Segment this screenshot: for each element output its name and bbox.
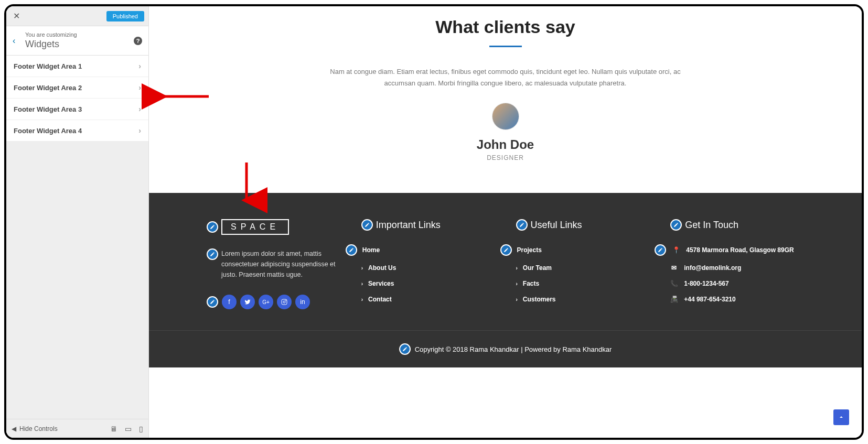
contact-text: 4578 Marmora Road, Glasgow 89GR (686, 246, 794, 254)
footer-link[interactable]: ›Customers (516, 296, 650, 303)
footer-link[interactable]: ›Our Team (516, 264, 650, 272)
footer-link-label: Services (368, 280, 394, 287)
footer-link[interactable]: Projects (500, 244, 650, 256)
footer-description: Lorem ipsum dolor sit amet, mattis conse… (221, 248, 340, 280)
edit-widget-icon[interactable] (207, 248, 218, 260)
edit-widget-icon[interactable] (207, 221, 218, 233)
desktop-preview-icon[interactable]: 🖥 (110, 425, 117, 433)
contact-text: 1-800-1234-567 (684, 280, 728, 287)
widget-area-item[interactable]: Footer Widget Area 3 › (6, 99, 148, 120)
contact-email[interactable]: ✉info@demolink.org (670, 264, 804, 272)
edit-widget-icon[interactable] (207, 296, 218, 308)
contact-text: info@demolink.org (684, 264, 741, 272)
copyright-text: Copyright © 2018 Rama Khandkar | Powered… (415, 345, 612, 353)
tablet-preview-icon[interactable]: ▭ (125, 425, 132, 433)
svg-point-1 (283, 301, 285, 303)
hide-controls-label: Hide Controls (19, 425, 58, 432)
footer-link-label: Customers (523, 296, 556, 303)
widget-area-label: Footer Widget Area 1 (14, 62, 82, 70)
edit-widget-icon[interactable] (670, 219, 682, 231)
customizer-sidebar: ✕ Published ‹ You are customizing Widget… (6, 6, 149, 438)
edit-widget-icon[interactable] (500, 244, 512, 256)
footer-link-label: Facts (523, 280, 539, 287)
footer-link-label: Our Team (523, 264, 552, 272)
site-footer: SPACE Lorem ipsum dolor sit amet, mattis… (149, 193, 862, 330)
section-heading: What clients say (180, 17, 830, 37)
panel-header: ‹ You are customizing Widgets ? (6, 26, 148, 56)
widget-area-label: Footer Widget Area 2 (14, 84, 82, 92)
sidebar-footer: ◀ Hide Controls 🖥 ▭ ▯ (6, 419, 148, 438)
footer-link[interactable]: ›Contact (361, 296, 495, 303)
twitter-icon[interactable] (240, 295, 255, 309)
chevron-right-icon: › (361, 265, 363, 271)
svg-point-2 (286, 300, 286, 301)
close-customizer-button[interactable]: ✕ (6, 6, 26, 26)
footer-link[interactable]: ›Services (361, 280, 495, 287)
google-plus-icon[interactable]: G+ (259, 295, 273, 309)
widget-area-item[interactable]: Footer Widget Area 2 › (6, 77, 148, 99)
widget-area-label: Footer Widget Area 3 (14, 105, 82, 113)
footer-link-label: About Us (368, 264, 396, 272)
publish-button[interactable]: Published (106, 11, 144, 21)
instagram-icon[interactable] (277, 295, 292, 309)
client-name: John Doe (180, 137, 830, 152)
linkedin-icon[interactable]: in (295, 295, 310, 309)
customizing-label: You are customizing (25, 31, 134, 38)
chevron-right-icon: › (138, 105, 141, 113)
footer-link[interactable]: ›Facts (516, 280, 650, 287)
widget-area-list: Footer Widget Area 1 › Footer Widget Are… (6, 56, 148, 142)
hide-controls-button[interactable]: ◀ Hide Controls (12, 425, 58, 432)
back-button[interactable]: ‹ (13, 36, 25, 46)
chevron-right-icon: › (138, 83, 141, 92)
edit-widget-icon[interactable] (516, 219, 528, 231)
footer-col-title: Get In Touch (685, 220, 738, 231)
edit-widget-icon[interactable] (399, 343, 411, 355)
testimonial-section: What clients say Nam at congue diam. Eti… (149, 6, 862, 193)
mobile-preview-icon[interactable]: ▯ (139, 425, 143, 433)
footer-col-3: Useful Links Projects ›Our Team ›Facts ›… (516, 219, 650, 311)
sidebar-topbar: ✕ Published (6, 6, 148, 26)
chevron-right-icon: › (516, 297, 518, 302)
footer-logo: SPACE (221, 219, 289, 235)
chevron-right-icon: › (516, 281, 518, 287)
chevron-right-icon: › (516, 265, 518, 271)
edit-widget-icon[interactable] (346, 244, 357, 256)
footer-link-label: Contact (368, 296, 392, 303)
device-preview-toggles: 🖥 ▭ ▯ (110, 425, 143, 433)
social-row: f G+ in (207, 295, 340, 309)
contact-text: +44 987-654-3210 (684, 296, 735, 303)
widget-area-item[interactable]: Footer Widget Area 4 › (6, 120, 148, 142)
footer-link-label: Projects (517, 246, 542, 254)
client-role: DESIGNER (180, 154, 830, 161)
footer-col-title: Important Links (376, 220, 441, 231)
widget-area-item[interactable]: Footer Widget Area 1 › (6, 56, 148, 77)
client-avatar (492, 103, 519, 130)
scroll-to-top-button[interactable] (833, 409, 849, 425)
map-pin-icon: 📍 (672, 246, 680, 254)
footer-col-title: Useful Links (531, 220, 582, 231)
collapse-icon: ◀ (12, 425, 16, 432)
heading-underline (489, 46, 522, 47)
help-icon[interactable]: ? (134, 37, 142, 45)
facebook-icon[interactable]: f (222, 295, 237, 309)
contact-phone[interactable]: 📞1-800-1234-567 (670, 280, 804, 287)
edit-widget-icon[interactable] (655, 244, 666, 256)
footer-link[interactable]: ›About Us (361, 264, 495, 272)
chevron-right-icon: › (361, 281, 363, 287)
phone-icon: 📞 (670, 280, 678, 287)
panel-title: Widgets (25, 39, 134, 50)
footer-col-1: SPACE Lorem ipsum dolor sit amet, mattis… (207, 219, 340, 311)
footer-link[interactable]: Home (346, 244, 495, 256)
edit-widget-icon[interactable] (361, 219, 373, 231)
chevron-right-icon: › (138, 126, 141, 135)
footer-link-label: Home (362, 246, 380, 254)
preview-pane: What clients say Nam at congue diam. Eti… (149, 6, 862, 438)
contact-fax: 📠+44 987-654-3210 (670, 296, 804, 303)
copyright-bar: Copyright © 2018 Rama Khandkar | Powered… (149, 330, 862, 367)
chevron-right-icon: › (361, 297, 363, 302)
fax-icon: 📠 (670, 296, 678, 303)
footer-col-4: Get In Touch 📍4578 Marmora Road, Glasgow… (670, 219, 804, 311)
chevron-right-icon: › (138, 62, 141, 70)
footer-col-2: Important Links Home ›About Us ›Services… (361, 219, 495, 311)
contact-address: 📍4578 Marmora Road, Glasgow 89GR (670, 244, 804, 256)
